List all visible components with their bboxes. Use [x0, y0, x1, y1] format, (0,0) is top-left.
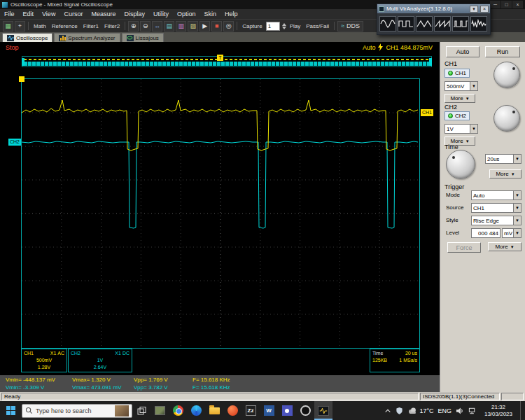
- pan-icon[interactable]: ↔: [152, 21, 162, 31]
- taskbar-photos-app[interactable]: [150, 401, 169, 420]
- trigger-source-select[interactable]: CH1▼: [471, 203, 522, 213]
- menu-file[interactable]: File: [0, 10, 19, 18]
- ch2-vertical-knob[interactable]: [493, 105, 520, 132]
- search-placeholder: Type here to search: [36, 407, 92, 414]
- preview-trigger-marker[interactable]: T: [217, 55, 223, 61]
- wave-sine-button[interactable]: [379, 16, 396, 31]
- search-highlight-image[interactable]: [115, 405, 129, 416]
- capture-count-input[interactable]: [266, 22, 280, 31]
- trigger-mode-select[interactable]: Auto▼: [471, 190, 522, 200]
- run-button[interactable]: Run: [485, 46, 520, 57]
- taskbar-7zip-app[interactable]: Zz: [241, 401, 260, 420]
- viranalyzer-titlebar[interactable]: Multi VirAnalyzer(3.12.8.0) ▾ ×: [377, 4, 490, 13]
- ch1-vertical-knob[interactable]: [493, 62, 520, 88]
- viranalyzer-toolbar: [377, 13, 490, 34]
- ch1-position-marker[interactable]: CH1: [421, 109, 433, 116]
- show-desktop-button[interactable]: [520, 401, 524, 420]
- trigger-style-select[interactable]: Rise Edge▼: [471, 216, 522, 225]
- menu-measure[interactable]: Measure: [87, 10, 120, 18]
- start-button[interactable]: [0, 401, 21, 420]
- ch1-more-button[interactable]: More▼: [444, 94, 475, 103]
- tab-oscilloscope[interactable]: Oscilloscope: [2, 33, 52, 42]
- tab-spectrum-analyzer[interactable]: Spectrum Analyzer: [54, 33, 120, 42]
- task-view-icon: [136, 406, 146, 416]
- cursors-icon[interactable]: +: [15, 21, 25, 31]
- taskbar-teams-app[interactable]: [278, 401, 296, 420]
- autoset-button[interactable]: Auto: [446, 46, 479, 57]
- play-button[interactable]: Play: [288, 23, 303, 29]
- taskbar-obs-app[interactable]: [296, 401, 314, 420]
- minimize-button[interactable]: ─: [490, 1, 500, 8]
- menu-cursor[interactable]: Cursor: [59, 10, 87, 18]
- record-preview-strip[interactable]: T: [22, 56, 432, 67]
- measure-icon[interactable]: ▤: [164, 21, 174, 31]
- menu-skin[interactable]: Skin: [200, 10, 220, 18]
- force-trigger-button[interactable]: Force: [447, 242, 481, 253]
- ch2-scale-select[interactable]: 1V▼: [444, 124, 478, 134]
- tray-shield-button[interactable]: [396, 407, 403, 415]
- close-button[interactable]: ×: [512, 1, 523, 8]
- taskbar-search-input[interactable]: Type here to search: [22, 404, 132, 418]
- snapshot-icon[interactable]: ◎: [223, 21, 234, 31]
- volume-button[interactable]: [456, 407, 464, 415]
- taskbar-word-app[interactable]: W: [260, 401, 278, 420]
- ch2-position-marker[interactable]: CH2: [8, 139, 21, 146]
- task-view-button[interactable]: [132, 401, 150, 420]
- capture-stepper[interactable]: [282, 23, 286, 29]
- filter1-toggle[interactable]: Filter1: [81, 23, 101, 29]
- language-indicator[interactable]: ENG: [438, 407, 451, 414]
- trigger-level-input[interactable]: [471, 228, 500, 238]
- zoom-in-icon[interactable]: ⊕: [128, 21, 139, 31]
- zoom-out-icon[interactable]: ⊖: [140, 21, 150, 31]
- display-mode-icon[interactable]: ▥: [176, 21, 186, 31]
- ch2-enable-toggle[interactable]: CH2: [444, 111, 470, 120]
- taskbar-oscilloscope-app[interactable]: [314, 401, 332, 420]
- menu-help[interactable]: Help: [220, 10, 242, 18]
- wave-square-button[interactable]: [398, 16, 414, 31]
- tray-chevron-button[interactable]: [384, 407, 391, 414]
- palette-icon[interactable]: ▨: [188, 21, 198, 31]
- wave-sawtooth-button[interactable]: [434, 16, 451, 31]
- menu-view[interactable]: View: [38, 10, 59, 18]
- timebase-select[interactable]: 20us▼: [485, 154, 522, 164]
- wave-noise-button[interactable]: [470, 16, 487, 31]
- weather-widget[interactable]: 17°C: [407, 407, 433, 414]
- trigger-more-button[interactable]: More▼: [488, 242, 522, 251]
- taskbar-brave-app[interactable]: [223, 401, 241, 420]
- filter2-toggle[interactable]: Filter2: [102, 23, 122, 29]
- pass-fail-button[interactable]: Pass/Fail: [304, 23, 331, 29]
- math-toggle[interactable]: Math: [31, 23, 48, 29]
- taskbar-clock[interactable]: 21:32 13/03/2023: [481, 404, 516, 418]
- graticule[interactable]: [21, 78, 420, 349]
- run-icon[interactable]: ▶: [200, 21, 210, 31]
- taskbar-chrome-app[interactable]: [169, 401, 187, 420]
- time-more-button[interactable]: More▼: [489, 169, 522, 178]
- wave-pulse-button[interactable]: [452, 16, 469, 31]
- taskbar-edge-app[interactable]: [187, 401, 205, 420]
- wave-triangle-button[interactable]: [416, 16, 433, 31]
- menu-option[interactable]: Option: [173, 10, 200, 18]
- reference-toggle[interactable]: Reference: [50, 23, 80, 29]
- time-info-box: Time20 us 125KB1 MSa/s: [370, 349, 420, 372]
- maximize-button[interactable]: □: [501, 1, 512, 8]
- trigger-time-marker[interactable]: [19, 76, 24, 82]
- menu-edit[interactable]: Edit: [19, 10, 38, 18]
- trigger-level-unit-select[interactable]: mV▼: [502, 228, 522, 238]
- multi-viranalyzer-window: Multi VirAnalyzer(3.12.8.0) ▾ ×: [377, 4, 491, 35]
- viranalyzer-minimize-button[interactable]: ▾: [470, 6, 478, 13]
- preview-right-handle[interactable]: [429, 58, 432, 66]
- timebase-knob[interactable]: [446, 150, 475, 179]
- network-button[interactable]: [468, 407, 477, 415]
- stop-icon[interactable]: ■: [211, 21, 222, 31]
- viranalyzer-close-button[interactable]: ×: [480, 6, 489, 13]
- tab-lissajous[interactable]: Lissajous: [122, 33, 164, 42]
- waveform-display[interactable]: [22, 79, 419, 348]
- dds-button[interactable]: ≈ DDS: [337, 21, 363, 31]
- menu-display[interactable]: Display: [120, 10, 149, 18]
- ch1-scale-select[interactable]: 500mV▼: [444, 81, 478, 91]
- grid-icon[interactable]: ▦: [3, 21, 13, 31]
- menu-utility[interactable]: Utility: [149, 10, 173, 18]
- taskbar-explorer-app[interactable]: [205, 401, 223, 420]
- ch1-enable-toggle[interactable]: CH1: [444, 69, 470, 78]
- preview-left-handle[interactable]: [22, 58, 24, 66]
